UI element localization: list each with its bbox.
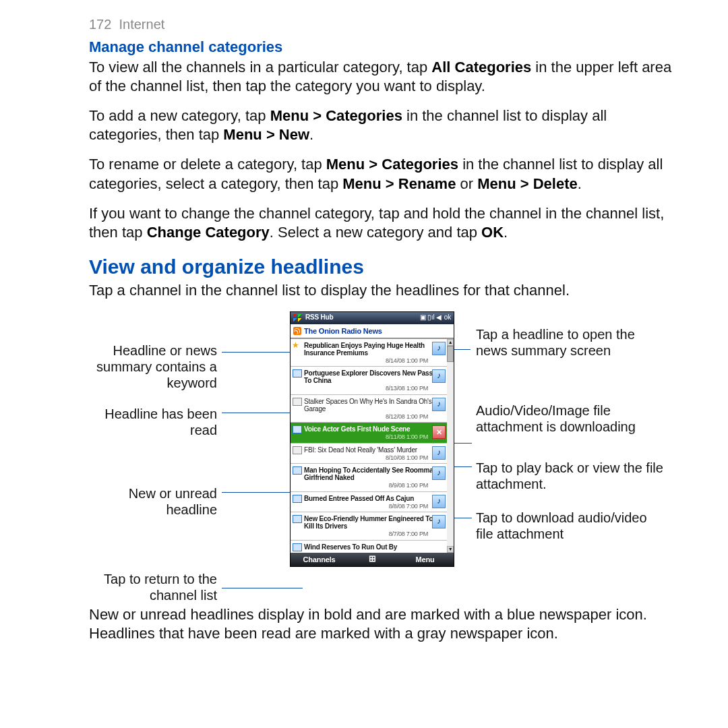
headline-text: New Eco-Friendly Hummer Engineered To Ki… (304, 515, 444, 530)
attachment-play-icon[interactable]: ♪ (432, 495, 446, 508)
headline-timestamp: 8/10/08 1:00 PM (304, 454, 444, 462)
attachment-downloading-icon[interactable]: ✕ (432, 425, 446, 439)
attachment-play-icon[interactable]: ♪ (432, 342, 446, 355)
callout-downloading: Audio/Video/Image file attachment is dow… (476, 402, 651, 435)
system-tray: ▣ ▯ıl ◀ (420, 313, 442, 322)
attachment-play-icon[interactable]: ♪ (432, 446, 446, 460)
callout-open-summary: Tap a headline to open the news summary … (476, 326, 651, 359)
softkey-keyboard-icon[interactable]: ⊞ (348, 553, 396, 565)
scrollbar[interactable]: ▲ ▼ (447, 339, 454, 553)
headline-text: Voice Actor Gets First Nude Scene (304, 425, 444, 433)
manual-page: 172 Internet Manage channel categories T… (0, 0, 728, 728)
headline-item[interactable]: Wind Reserves To Run Out By (291, 541, 447, 553)
softkey-bar: Channels ⊞ Menu (291, 553, 454, 566)
ok-button[interactable]: ok (444, 313, 451, 322)
headline-item[interactable]: New Eco-Friendly Hummer Engineered To Ki… (291, 512, 447, 541)
section-heading-view-headlines: View and organize headlines (89, 254, 682, 280)
scroll-down-icon[interactable]: ▼ (447, 546, 454, 553)
headline-timestamp: 8/11/08 1:00 PM (304, 433, 444, 442)
start-icon[interactable] (293, 314, 303, 322)
headline-text: FBI: Six Dead Not Really 'Mass' Murder (304, 446, 444, 454)
headline-text: Man Hoping To Accidentally See Roommate'… (304, 466, 444, 481)
headline-item[interactable]: Man Hoping To Accidentally See Roommate'… (291, 464, 447, 492)
headline-text: Republican Enjoys Paying Huge Health Ins… (304, 342, 444, 357)
callout-unread: New or unread headline (102, 485, 217, 518)
headline-timestamp: 8/9/08 1:00 PM (304, 482, 444, 490)
newspaper-unread-icon (293, 369, 302, 377)
title-bar: RSS Hub ▣ ▯ıl ◀ ok (291, 312, 454, 324)
headline-text: Stalker Spaces On Why He's In Sandra Oh'… (304, 398, 444, 413)
page-header: 172 Internet (89, 16, 682, 34)
callout-channels: Tap to return to the channel list (102, 571, 217, 604)
annotated-screenshot: Headline or news summary contains a keyw… (89, 311, 682, 601)
attachment-play-icon[interactable]: ♪ (432, 466, 446, 480)
headline-item[interactable]: FBI: Six Dead Not Really 'Mass' Murder8/… (291, 444, 447, 464)
softkey-menu[interactable]: Menu (396, 555, 454, 564)
headline-text: Wind Reserves To Run Out By (304, 543, 444, 551)
rss-icon (293, 327, 301, 335)
headline-item[interactable]: Stalker Spaces On Why He's In Sandra Oh'… (291, 395, 447, 423)
headline-text: Burned Entree Passed Off As Cajun (304, 495, 444, 502)
headline-text: Portuguese Explorer Discovers New Passag… (304, 369, 444, 384)
callout-read: Headline has been read (102, 406, 217, 439)
scroll-thumb[interactable] (447, 346, 454, 362)
callout-play: Tap to play back or view the file attach… (476, 460, 665, 493)
newspaper-unread-icon (293, 515, 302, 523)
scroll-up-icon[interactable]: ▲ (447, 339, 454, 346)
paragraph: To add a new category, tap Menu > Catego… (89, 107, 682, 144)
app-title: RSS Hub (305, 313, 420, 322)
headline-timestamp: 8/12/08 1:00 PM (304, 413, 444, 421)
paragraph: To rename or delete a category, tap Menu… (89, 155, 682, 193)
attachment-play-icon[interactable]: ♪ (432, 515, 446, 528)
paragraph: New or unread headlines display in bold … (89, 605, 682, 643)
paragraph: Tap a channel in the channel list to dis… (89, 281, 682, 300)
paragraph: To view all the channels in a particular… (89, 58, 682, 96)
headline-timestamp: 8/14/08 1:00 PM (304, 357, 444, 365)
headline-item[interactable]: Burned Entree Passed Off As Cajun8/8/08 … (291, 492, 447, 513)
newspaper-unread-icon (293, 495, 302, 503)
newspaper-unread-icon (293, 466, 302, 475)
device-screenshot: RSS Hub ▣ ▯ıl ◀ ok The Onion Radio News … (290, 311, 454, 567)
subheading-manage-categories: Manage channel categories (89, 38, 682, 57)
keyword-icon: ★ (292, 340, 300, 347)
callout-download: Tap to download audio/video file attachm… (476, 510, 665, 543)
headline-item[interactable]: Voice Actor Gets First Nude Scene8/11/08… (291, 423, 447, 444)
newspaper-read-icon (293, 446, 302, 454)
paragraph: If you want to change the channel catego… (89, 204, 682, 242)
channel-name: The Onion Radio News (304, 326, 382, 336)
attachment-play-icon[interactable]: ♪ (432, 369, 446, 383)
callout-keyword: Headline or news summary contains a keyw… (89, 342, 217, 392)
channel-title-row[interactable]: The Onion Radio News (291, 324, 454, 338)
newspaper-read-icon (293, 398, 302, 406)
headline-item[interactable]: Portuguese Explorer Discovers New Passag… (291, 367, 447, 395)
headline-list[interactable]: ★Republican Enjoys Paying Huge Health In… (291, 339, 447, 553)
headline-timestamp: 8/13/08 1:00 PM (304, 385, 444, 393)
page-number: 172 (89, 17, 111, 32)
headline-timestamp: 8/7/08 7:00 PM (304, 530, 444, 539)
headline-timestamp: 8/8/08 7:00 PM (304, 503, 444, 511)
newspaper-unread-icon (293, 425, 302, 433)
attachment-play-icon[interactable]: ♪ (432, 398, 446, 411)
softkey-channels[interactable]: Channels (291, 555, 348, 564)
page-section: Internet (119, 17, 165, 32)
newspaper-unread-icon (293, 543, 302, 551)
headline-item[interactable]: ★Republican Enjoys Paying Huge Health In… (291, 339, 447, 367)
